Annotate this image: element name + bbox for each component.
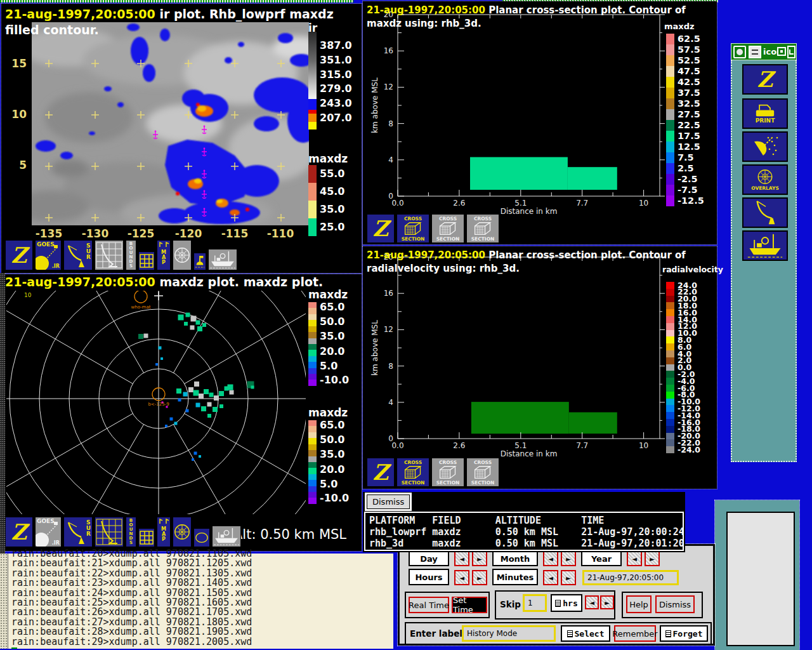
cross-section-icon[interactable]: CROSSSECTION (466, 214, 499, 243)
terminal-window[interactable]: rain:beaufait:20>xdump.all 970821.1105.x… (0, 554, 393, 649)
ship-icon[interactable] (742, 230, 788, 261)
dismiss-button[interactable]: Dismiss (367, 494, 410, 509)
resize-button[interactable] (777, 47, 786, 56)
ir-title-time: 21-aug-1997,20:05:00 (5, 7, 155, 21)
corner-window-panel (726, 512, 795, 646)
cross-section-icon[interactable]: CROSSSECTION (396, 214, 429, 243)
latitude-label: 10 (6, 108, 27, 121)
year-right-arrow-button[interactable] (645, 551, 660, 566)
svg-text:5.1: 5.1 (514, 441, 527, 450)
satellite-image (32, 22, 309, 225)
iconify-button[interactable] (749, 46, 761, 58)
ppi-colorbar1-label: maxdz (308, 288, 348, 301)
maxdz-window-title: 21-aug-1997,20:05:00 maxdz plot. maxdz p… (5, 274, 323, 289)
day-right-arrow-button[interactable] (472, 551, 487, 566)
spray-icon[interactable] (742, 131, 788, 162)
xsec2-title-line2: radialvelocity using: rhb_3d. (367, 263, 520, 274)
compass-icon[interactable] (173, 517, 192, 547)
day-button[interactable]: Day (409, 551, 449, 566)
radar-dish-icon[interactable] (742, 197, 788, 228)
grid-radar-icon[interactable] (95, 240, 124, 270)
latitude-label: 5 (6, 159, 27, 171)
goes-ir-icon[interactable]: GOES.IR (35, 517, 62, 547)
zeb-logo-icon[interactable]: Z (367, 458, 395, 487)
dialog-dismiss-button[interactable]: Dismiss (655, 595, 695, 613)
cross-section-icon[interactable]: CROSSSECTION (431, 214, 464, 243)
zeb-logo-icon[interactable]: Z (5, 240, 33, 270)
svg-text:7.7: 7.7 (576, 199, 588, 208)
maxdz-plot-window: 21-aug-1997,20:05:00 maxdz plot. maxdz p… (1, 274, 362, 551)
bounds-icon[interactable]: BOUNDS (126, 517, 136, 547)
circle-icon (737, 49, 743, 55)
xsec1-title-time: 21-aug-1997,20:05:00 (367, 4, 485, 16)
zoom-button[interactable] (787, 46, 796, 58)
select-button[interactable]: Select (561, 625, 610, 642)
ship-icon[interactable] (208, 249, 237, 270)
page-icon (665, 630, 671, 637)
day-left-arrow-button[interactable] (454, 551, 469, 566)
hours-right-arrow-button[interactable] (472, 570, 487, 585)
label-input-field[interactable]: History Mode (462, 625, 556, 642)
contour-region (471, 402, 569, 434)
real-time-button[interactable]: Real Time (409, 597, 449, 613)
year-button[interactable]: Year (581, 551, 622, 566)
svg-text:4: 4 (388, 156, 393, 164)
overlays-icon[interactable]: OVERLAYS (742, 164, 788, 195)
select-label: Select (575, 629, 605, 639)
cross-section-icon[interactable]: CROSSSECTION (466, 458, 499, 487)
contour-region (470, 157, 568, 190)
terminal-scrollbar[interactable] (0, 554, 8, 649)
print-icon[interactable]: PRINT (742, 98, 788, 129)
ship-icon[interactable] (212, 526, 241, 547)
bounds-icon[interactable]: BOUNDS (126, 240, 136, 270)
zeb-logo-icon[interactable]: Z (5, 517, 33, 547)
minutes-button[interactable]: Minutes (492, 569, 538, 585)
cross-section-icon[interactable]: CROSSSECTION (396, 458, 429, 487)
xsec1-title-main: Planar cross-section plot. Contour of (485, 4, 686, 16)
document-icon (752, 50, 758, 55)
window-menu-button[interactable] (733, 46, 746, 58)
month-right-arrow-button[interactable] (561, 551, 576, 566)
year-left-arrow-button[interactable] (627, 551, 642, 566)
map-icon[interactable]: MAP (157, 517, 171, 547)
skip-units-button[interactable]: hrs (551, 594, 582, 612)
help-button[interactable]: Help (626, 595, 652, 613)
svg-text:16: 16 (384, 289, 393, 298)
radar-sur-icon[interactable]: SUR (63, 240, 93, 270)
skip-input-field[interactable]: 1 (523, 594, 547, 612)
hours-button[interactable]: Hours (409, 569, 449, 585)
maxdz-colorbar: 55.045.035.025.0 (308, 165, 365, 241)
radar-sur-icon[interactable]: SUR (63, 517, 93, 547)
zeb-logo-icon[interactable]: Z (367, 214, 395, 243)
svg-text:0.0: 0.0 (391, 199, 403, 208)
set-time-button[interactable]: Set Time (452, 597, 487, 613)
xsec1-title-line2: maxdz using: rhb_3d. (367, 18, 481, 29)
skip-right-arrow-button[interactable] (600, 595, 614, 609)
xsec1-toolbar: ZCROSSSECTIONCROSSSECTIONCROSSSECTION (367, 213, 499, 243)
window-resize-border[interactable] (0, 273, 5, 554)
svg-text:16: 16 (384, 46, 393, 55)
cross-section-icon[interactable]: CROSSSECTION (431, 458, 464, 487)
skip-left-arrow-button[interactable] (585, 595, 599, 609)
month-button[interactable]: Month (492, 551, 538, 566)
hours-left-arrow-button[interactable] (454, 570, 469, 585)
minutes-left-arrow-button[interactable] (543, 570, 558, 585)
remember-button[interactable]: Remember (614, 625, 656, 642)
minutes-right-arrow-button[interactable] (561, 570, 576, 585)
menu-icon (555, 600, 561, 607)
grid-small-icon[interactable] (138, 528, 155, 547)
zeb-logo-icon[interactable]: Z (742, 64, 788, 95)
goes-ir-icon[interactable]: GOES.IR (35, 240, 62, 270)
buoy-icon[interactable] (193, 253, 206, 270)
longitude-label: -110 (263, 227, 298, 240)
time-input-field[interactable]: 21-Aug-97,20:05:00 (582, 570, 679, 585)
enter-label-text: Enter label: (410, 628, 466, 639)
compass-icon[interactable] (173, 240, 192, 270)
grid-radar-icon[interactable] (95, 517, 124, 547)
icon-panel-titlebar: icon (731, 43, 797, 60)
map-icon[interactable]: MAP (157, 240, 171, 270)
grid-small-icon[interactable] (138, 251, 155, 270)
forget-button[interactable]: Forget (660, 625, 708, 642)
circle-icon[interactable] (193, 528, 210, 547)
month-left-arrow-button[interactable] (543, 551, 558, 566)
